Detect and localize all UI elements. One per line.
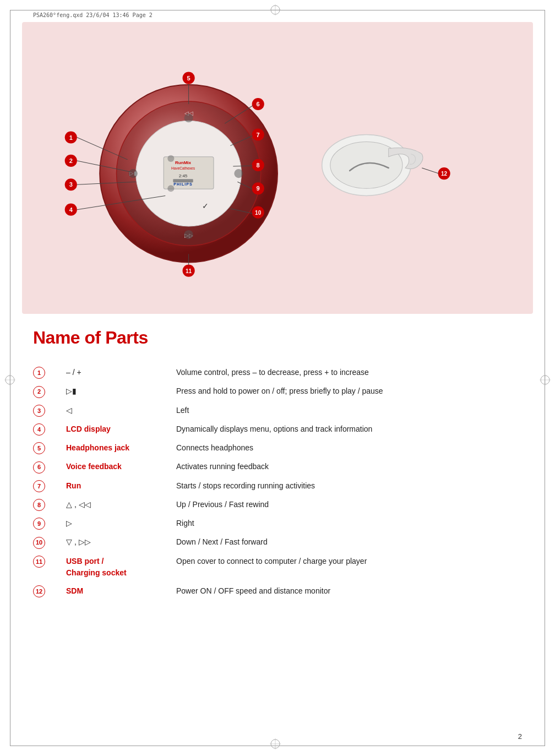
svg-text:6: 6 [257, 101, 260, 107]
svg-point-24 [129, 169, 138, 178]
svg-text:1: 1 [69, 134, 73, 141]
part-desc-cell: Open cover to connect to computer / char… [176, 552, 522, 582]
table-row: 5Headphones jackConnects headphones [33, 439, 522, 458]
part-name-cell: Headphones jack [66, 439, 176, 458]
illustration-area: RunMix HaveCathexes 2:45 PHILIPS ◁◁ ▷▮ ▷… [22, 22, 533, 314]
table-row: 6Voice feedbackActivates running feedbac… [33, 458, 522, 476]
reg-mark-bottom [270, 738, 281, 752]
table-row: 9▷Right [33, 514, 522, 533]
part-number-cell: 9 [33, 514, 66, 533]
svg-line-68 [422, 168, 438, 173]
part-number-cell: 5 [33, 439, 66, 458]
part-name-cell: SDM [66, 582, 176, 601]
part-number-circle: 7 [33, 480, 45, 492]
device-illustration: RunMix HaveCathexes 2:45 PHILIPS ◁◁ ▷▮ ▷… [22, 22, 533, 314]
part-number-cell: 12 [33, 582, 66, 601]
part-name-cell: LCD display [66, 420, 176, 439]
table-row: 1– / +Volume control, press – to decreas… [33, 363, 522, 382]
part-desc-cell: Up / Previous / Fast rewind [176, 496, 522, 514]
part-number-cell: 4 [33, 420, 66, 439]
svg-text:10: 10 [255, 210, 262, 216]
part-name-cell: USB port / Charging socket [66, 552, 176, 582]
part-desc-cell: Right [176, 514, 522, 533]
part-desc-cell: Down / Next / Fast forward [176, 533, 522, 552]
svg-point-30 [167, 185, 174, 192]
table-row: 10▽ , ▷▷Down / Next / Fast forward [33, 533, 522, 552]
part-desc-cell: Dynamically displays menu, options and t… [176, 420, 522, 439]
part-number-cell: 8 [33, 496, 66, 514]
part-name-cell: △ , ◁◁ [66, 496, 176, 514]
svg-point-22 [184, 113, 193, 122]
part-number-cell: 10 [33, 533, 66, 552]
svg-text:9: 9 [257, 185, 260, 192]
part-number-cell: 11 [33, 552, 66, 582]
part-number-circle: 10 [33, 537, 45, 549]
svg-text:4: 4 [69, 206, 73, 213]
svg-text:3: 3 [69, 181, 73, 188]
part-number-circle: 9 [33, 518, 45, 530]
reg-mark-right [540, 374, 551, 388]
svg-text:12: 12 [441, 171, 448, 177]
parts-table: 1– / +Volume control, press – to decreas… [33, 363, 522, 601]
parts-section: Name of Parts 1– / +Volume control, pres… [33, 328, 522, 601]
svg-text:✓: ✓ [202, 202, 209, 210]
part-name-cell: ▽ , ▷▷ [66, 533, 176, 552]
svg-point-25 [234, 169, 243, 178]
part-number-circle: 11 [33, 556, 45, 568]
part-desc-cell: Activates running feedback [176, 458, 522, 476]
svg-text:RunMix: RunMix [175, 160, 192, 165]
part-number-circle: 3 [33, 405, 45, 417]
part-name-cell: Voice feedback [66, 458, 176, 476]
part-number-circle: 4 [33, 423, 45, 436]
part-desc-cell: Connects headphones [176, 439, 522, 458]
part-name-cell: Run [66, 477, 176, 496]
svg-text:7: 7 [257, 132, 260, 138]
part-number-cell: 6 [33, 458, 66, 476]
table-row: 8△ , ◁◁Up / Previous / Fast rewind [33, 496, 522, 514]
svg-text:PHILIPS: PHILIPS [173, 182, 192, 186]
part-number-cell: 1 [33, 363, 66, 382]
reg-mark-top [270, 4, 281, 18]
part-number-circle: 6 [33, 461, 45, 474]
table-row: 4LCD displayDynamically displays menu, o… [33, 420, 522, 439]
part-number-circle: 12 [33, 585, 45, 597]
part-desc-cell: Left [176, 401, 522, 420]
part-desc-cell: Power ON / OFF speed and distance monito… [176, 582, 522, 601]
part-number-cell: 7 [33, 477, 66, 496]
part-desc-cell: Volume control, press – to decrease, pre… [176, 363, 522, 382]
svg-text:5: 5 [187, 75, 191, 81]
part-number-cell: 3 [33, 401, 66, 420]
part-name-cell: ◁ [66, 401, 176, 420]
reg-mark-left [4, 374, 15, 388]
table-row: 7RunStarts / stops recording running act… [33, 477, 522, 496]
svg-point-29 [167, 155, 174, 162]
header-meta: PSA260°feng.qxd 23/6/04 13:46 Page 2 [33, 12, 153, 18]
part-number-circle: 1 [33, 367, 45, 379]
svg-text:8: 8 [257, 162, 260, 168]
table-row: 3◁Left [33, 401, 522, 420]
page-number: 2 [518, 732, 522, 741]
svg-text:2: 2 [69, 157, 73, 164]
svg-text:11: 11 [186, 268, 192, 274]
table-row: 11USB port / Charging socketOpen cover t… [33, 552, 522, 582]
part-name-cell: ▷ [66, 514, 176, 533]
part-number-cell: 2 [33, 382, 66, 401]
part-name-cell: – / + [66, 363, 176, 382]
part-name-cell: ▷▮ [66, 382, 176, 401]
part-number-circle: 5 [33, 442, 45, 454]
svg-point-27 [184, 230, 193, 239]
svg-text:2:45: 2:45 [179, 173, 188, 178]
svg-text:HaveCathexes: HaveCathexes [171, 166, 195, 170]
part-number-circle: 2 [33, 386, 45, 398]
table-row: 2▷▮Press and hold to power on / off; pre… [33, 382, 522, 401]
part-number-circle: 8 [33, 499, 45, 511]
part-desc-cell: Press and hold to power on / off; press … [176, 382, 522, 401]
parts-title: Name of Parts [33, 328, 522, 348]
part-desc-cell: Starts / stops recording running activit… [176, 477, 522, 496]
table-row: 12SDMPower ON / OFF speed and distance m… [33, 582, 522, 601]
